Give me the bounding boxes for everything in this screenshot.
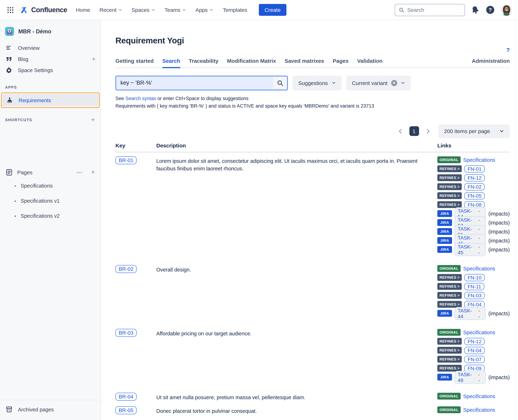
tab-saved-matrixes[interactable]: Saved matrixes [285,56,324,68]
original-page-link[interactable]: Specifications [463,393,495,399]
link-item: ORIGINALSpecifications [437,406,510,413]
refined-requirement-link[interactable]: FN-02 [464,183,485,190]
refines-badge: REFINES > [437,192,462,199]
column-header-description: Description [156,142,437,148]
previous-page-button[interactable] [397,128,404,135]
jira-issue-link[interactable]: TASK-44- - [454,307,486,320]
global-search-input[interactable] [407,7,461,13]
refined-requirement-link[interactable]: FN-01 [464,165,485,172]
requirement-key-link[interactable]: BR-01 [115,156,137,164]
jira-issue-key: TASK-49 [458,371,476,383]
requirement-query-input[interactable] [116,80,273,86]
description-cell: Affordable pricing on our target audienc… [156,329,437,337]
impacts-label: (impacts) [488,247,510,252]
add-page-button[interactable]: + [91,168,95,176]
refined-requirement-link[interactable]: FN-05 [464,192,485,199]
sidebar-item-blog[interactable]: Blog+ [0,53,101,65]
bullet-icon: • [14,213,16,219]
tab-search[interactable]: Search [162,56,180,68]
blog-icon [5,55,13,63]
tab-getting-started[interactable]: Getting started [115,56,154,68]
help-button[interactable]: ? [485,5,495,15]
app-switcher-button[interactable] [5,5,16,15]
ry-help-link[interactable]: ? [506,47,510,53]
nav-item-templates[interactable]: Templates [223,7,247,13]
original-page-link[interactable]: Specifications [463,157,495,163]
requirement-key-link[interactable]: BR-04 [115,393,137,400]
nav-item-recent[interactable]: Recent [99,7,122,13]
clear-variant-icon[interactable]: ✕ [391,80,397,86]
description-text: Overall design. [156,265,427,273]
description-text: Ut sit amet nulla posuere, pretium massa… [156,393,427,401]
impacts-label: (impacts) [488,229,510,234]
description-cell: Lorem ipsum dolor sit amet, consectetur … [156,156,437,172]
space-header[interactable]: MBR - Démo [0,27,101,36]
notifications-button[interactable] [471,5,480,14]
bullet-icon: • [14,183,16,188]
tab-administration[interactable]: Administration [472,56,510,68]
refines-badge: REFINES > [437,292,462,299]
requirement-key-link[interactable]: BR-05 [115,406,137,414]
sidebar-item-overview[interactable]: Overview [0,42,101,53]
page-tree-item[interactable]: •Specifications v1 [0,193,101,208]
chevron-down-icon [209,8,214,12]
jira-issue-meta: - - [478,371,483,383]
requirements-table: Key Description Links BR-01Lorem ipsum d… [115,142,510,420]
tab-pages[interactable]: Pages [333,56,348,68]
jira-issue-link[interactable]: TASK-49- - [454,371,486,384]
user-avatar[interactable] [501,4,512,15]
sidebar-item-space-settings[interactable]: Space Settings [0,65,101,76]
search-syntax-link[interactable]: Search syntax [126,96,156,101]
add-blog-button[interactable]: + [92,56,96,62]
page-tree-item[interactable]: •Specifications [0,178,101,193]
tab-validation[interactable]: Validation [357,56,383,68]
nav-item-label: Spaces [132,7,149,13]
refined-requirement-link[interactable]: FN-12 [464,174,485,181]
nav-item-home[interactable]: Home [76,7,90,13]
links-cell: ORIGINALSpecificationsREFINES >FN-10REFI… [437,265,510,319]
table-header: Key Description Links [115,142,510,152]
original-page-link[interactable]: Specifications [463,330,495,335]
column-header-links: Links [437,142,510,148]
next-page-button[interactable] [424,128,431,135]
refined-requirement-link[interactable]: FN-11 [464,283,484,290]
jira-issue-link[interactable]: TASK-45- - [454,243,486,256]
sidebar-item-pages[interactable]: Pages ••• + [0,166,101,178]
description-text: Lorem ipsum dolor sit amet, consectetur … [156,156,427,172]
original-page-link[interactable]: Specifications [463,407,495,413]
app-grid-icon [7,6,14,14]
items-per-page-dropdown[interactable]: 200 items per page [438,124,510,138]
links-cell: ORIGINALSpecificationsREFINES >FN-01REFI… [437,156,510,255]
nav-item-spaces[interactable]: Spaces [132,7,155,13]
requirement-key-link[interactable]: BR-03 [115,329,137,337]
add-shortcut-button[interactable]: + [91,116,95,124]
page-tree-item[interactable]: •Specifications v2 [0,208,101,224]
nav-item-apps[interactable]: Apps [195,7,213,13]
confluence-logo[interactable]: Confluence [19,5,67,15]
refined-requirement-link[interactable]: FN-12 [464,338,485,345]
table-row: BR-01Lorem ipsum dolor sit amet, consect… [115,156,510,255]
link-item: REFINES >FN-02 [437,183,510,190]
tab-traceability[interactable]: Traceability [189,56,218,68]
original-page-link[interactable]: Specifications [463,266,495,271]
links-cell: ORIGINALSpecifications [437,406,510,415]
refined-requirement-link[interactable]: FN-07 [464,356,485,363]
link-item: REFINES >FN-01 [437,165,510,172]
run-search-button[interactable] [273,77,287,89]
requirement-key-link[interactable]: BR-02 [115,265,137,273]
variant-dropdown[interactable]: Current variant ✕ [346,75,411,90]
pages-more-button[interactable]: ••• [76,169,82,175]
refined-requirement-link[interactable]: FN-04 [464,347,485,354]
suggestions-dropdown[interactable]: Suggestions [293,75,341,90]
requirement-query-field[interactable] [115,75,288,90]
refined-requirement-link[interactable]: FN-10 [464,274,485,281]
current-page-button[interactable]: 1 [409,126,419,136]
nav-item-teams[interactable]: Teams [164,7,186,13]
create-button[interactable]: Create [259,4,286,16]
refined-requirement-link[interactable]: FN-03 [464,292,485,299]
global-search[interactable] [395,4,465,16]
sidebar-item-archived-pages[interactable]: Archived pages [0,404,101,415]
original-badge: ORIGINAL [437,157,461,163]
tab-modification-matrix[interactable]: Modification Matrix [227,56,276,68]
sidebar-item-requirements[interactable]: Requirements [2,94,98,106]
